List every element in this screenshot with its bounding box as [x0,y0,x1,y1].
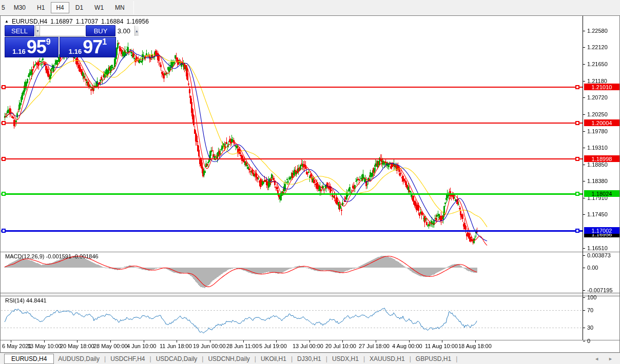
price-axis-tick: 1.20250 [587,111,608,117]
rsi-axis-tick: 30 [587,325,593,331]
price-axis-tick: 1.18850 [587,161,608,168]
buy-price-pip: 1 [102,38,107,46]
timeframe-button-MN[interactable]: MN [110,2,130,13]
timeframe-button-W1[interactable]: W1 [89,2,109,13]
hline-price-label[interactable]: 1.20004 [584,119,619,126]
macd-axis-min: -0.007195 [587,287,613,293]
sell-price-pip: 9 [46,38,51,46]
timeframe-button-5[interactable]: 5 [1,2,8,13]
price-axis-tick: 1.21650 [587,61,608,67]
chart-symbol: EURUSD,H4 [12,18,47,25]
sell-button[interactable]: SELL [5,25,34,36]
ohlc-open: 1.16897 [50,18,72,25]
buy-price-prefix: 1.16 [69,48,82,55]
time-axis-label: 19 Jun 00:00 [193,343,226,349]
price-axis-tick: 1.16510 [587,245,608,251]
macd-axis-zero: 0.00 [587,265,598,271]
price-axis-tick: 1.22580 [587,28,608,34]
rsi-label: RSI(14) 44.8441 [5,297,47,304]
chart-tab-USDCNH[interactable]: USDCNH,Daily [204,354,254,363]
buy-button[interactable]: BUY [86,25,115,36]
chart-tab-bar: EURUSD,H4AUDUSD,Daily|USDCHF,H4|USDCAD,D… [0,353,620,364]
chart-title: ▲ EURUSD,H4 1.16897 1.17037 1.16884 1.16… [5,18,149,25]
time-axis-label: 18 Aug 18:00 [458,343,492,349]
tab-scroll-controls: ◄ ► [594,356,613,361]
buy-quote-button[interactable]: 1.16 97 1 [60,37,116,57]
volume-increase-button[interactable]: ▲ [134,26,139,36]
timeframe-button-H4[interactable]: H4 [51,2,69,13]
tab-scroll-right-icon[interactable]: ► [608,356,613,361]
time-axis-label: 28 May 00:00 [93,343,128,349]
hline-price-label[interactable]: 1.17002 [584,227,619,234]
collapse-triangle-icon[interactable]: ▲ [5,19,9,24]
rsi-axis-tick: 100 [587,294,596,300]
chart-tab-USDCAD[interactable]: USDCAD,Daily [152,354,202,363]
macd-label: MACD(12,26,9) -0.001591 -0.001846 [5,253,99,259]
one-click-trading-panel: SELL ▼ ▲ BUY 1.16 95 9 1.16 97 1 [5,25,117,57]
hline-price-label[interactable]: 1.18024 [584,190,619,197]
timeframe-toolbar: 5M30H1H4D1W1MN [0,0,620,15]
tab-separator: | [455,355,458,362]
hline-price-label[interactable]: 1.18998 [584,155,619,162]
time-axis-label: 20 May 18:00 [60,343,94,349]
time-axis-label: 4 Jun 10:00 [127,343,157,349]
time-axis-label: 13 May 10:00 [27,343,62,349]
timeframe-button-H1[interactable]: H1 [32,2,50,13]
chart-tab-GBPUSD[interactable]: GBPUSD,H1 [412,354,455,363]
ohlc-close: 1.16956 [126,18,148,25]
time-axis-label: 27 Jul 18:00 [359,343,390,349]
chart-tab-EURUSD[interactable]: EURUSD,H4 [4,354,54,364]
time-axis-label: 20 Jul 10:00 [325,343,356,349]
chart-tab-USDCHF[interactable]: USDCHF,H4 [106,354,149,363]
price-axis-tick: 1.19780 [587,128,608,134]
chart-tab-USDX[interactable]: USDX,H1 [328,354,363,363]
time-axis-label: 4 Aug 00:00 [392,343,422,349]
volume-stepper: ▼ ▲ [35,25,85,36]
ohlc-low: 1.16884 [101,18,123,25]
chart-tab-UKOil[interactable]: UKOil,H1 [257,354,290,363]
timeframe-button-M30[interactable]: M30 [9,2,31,13]
sell-quote-button[interactable]: 1.16 95 9 [5,37,59,57]
price-axis-tick: 1.17450 [587,211,608,217]
chart-tab-XAUUSD[interactable]: XAUUSD,H1 [365,354,409,363]
timeframe-button-D1[interactable]: D1 [70,2,88,13]
time-axis-label: 13 Jul 00:00 [293,343,323,349]
price-axis-tick: 1.18380 [587,178,608,184]
price-axis-tick: 1.22120 [587,44,608,50]
buy-price-big: 97 [83,39,102,55]
price-axis-tick: 1.19310 [587,145,608,151]
macd-axis-max: 0.003873 [587,252,611,258]
time-axis-label: 28 Jun 11:00 [226,343,259,349]
sell-price-prefix: 1.16 [12,48,25,55]
chart-tab-AUDUSD[interactable]: AUDUSD,Daily [54,354,104,363]
chart-tab-DJ30[interactable]: DJ30,H1 [293,354,325,363]
rsi-axis-tick: 0 [587,338,590,344]
rsi-panel[interactable] [1,296,583,340]
chart-window: ▲ EURUSD,H4 1.16897 1.17037 1.16884 1.16… [0,15,620,353]
volume-decrease-button[interactable]: ▼ [36,26,40,36]
hline-price-label[interactable]: 1.21010 [584,84,619,90]
time-axis-label: 11 Jun 18:00 [160,343,192,349]
toolbar-separator [133,1,134,14]
time-axis-label: 5 Jul 19:00 [259,343,287,349]
price-axis-tick: 1.20720 [587,94,608,100]
time-axis-label: 11 Aug 10:00 [425,343,458,349]
sell-price-big: 95 [27,39,46,55]
rsi-axis-tick: 70 [587,307,593,313]
tab-scroll-left-icon[interactable]: ◄ [594,356,599,361]
ohlc-high: 1.17037 [76,18,98,25]
